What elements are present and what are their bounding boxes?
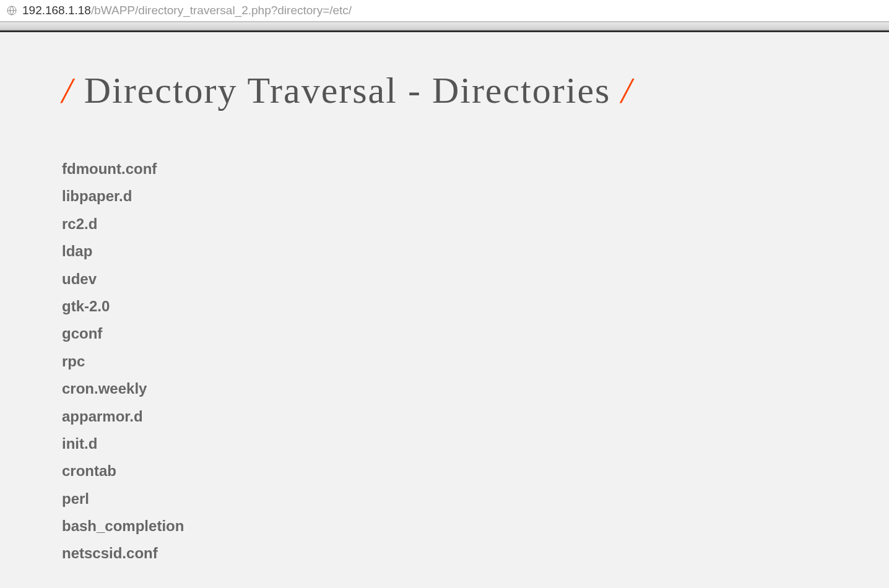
list-item: libpaper.d: [62, 183, 827, 210]
file-link[interactable]: gtk-2.0: [62, 298, 110, 314]
list-item: fdmount.conf: [62, 155, 827, 183]
file-link[interactable]: init.d: [62, 435, 97, 452]
list-item: apparmor.d: [62, 403, 827, 430]
page-content: / Directory Traversal - Directories / fd…: [0, 32, 889, 580]
list-item: ldap: [62, 238, 827, 265]
browser-chrome-divider: [0, 22, 889, 30]
title-slash-right: /: [621, 70, 633, 111]
file-link[interactable]: udev: [62, 270, 97, 287]
file-link[interactable]: apparmor.d: [62, 408, 143, 425]
title-slash-left: /: [62, 70, 74, 111]
page-title: / Directory Traversal - Directories /: [62, 69, 827, 112]
directory-listing: fdmount.conf libpaper.d rc2.d ldap udev …: [62, 155, 827, 568]
list-item: rpc: [62, 348, 827, 375]
file-link[interactable]: fdmount.conf: [62, 160, 157, 177]
list-item: perl: [62, 485, 827, 512]
title-text: Directory Traversal - Directories: [74, 70, 622, 111]
list-item: bash_completion: [62, 512, 827, 540]
list-item: crontab: [62, 457, 827, 485]
list-item: rc2.d: [62, 210, 827, 238]
list-item: cron.weekly: [62, 375, 827, 402]
file-link[interactable]: rpc: [62, 353, 85, 370]
file-link[interactable]: libpaper.d: [62, 188, 132, 204]
url-path: /bWAPP/directory_traversal_2.php?directo…: [91, 4, 352, 17]
file-link[interactable]: gconf: [62, 325, 102, 342]
file-link[interactable]: perl: [62, 490, 89, 507]
file-link[interactable]: rc2.d: [62, 215, 97, 232]
file-link[interactable]: crontab: [62, 462, 116, 479]
file-link[interactable]: netscsid.conf: [62, 545, 158, 561]
list-item: gconf: [62, 320, 827, 347]
list-item: netscsid.conf: [62, 540, 827, 567]
url-host: 192.168.1.18: [22, 4, 91, 17]
list-item: udev: [62, 266, 827, 293]
file-link[interactable]: ldap: [62, 243, 92, 259]
file-link[interactable]: bash_completion: [62, 517, 184, 534]
file-link[interactable]: cron.weekly: [62, 380, 147, 397]
globe-icon: [6, 5, 17, 16]
list-item: gtk-2.0: [62, 293, 827, 320]
url-text: 192.168.1.18/bWAPP/directory_traversal_2…: [22, 4, 352, 17]
browser-address-bar[interactable]: 192.168.1.18/bWAPP/directory_traversal_2…: [0, 0, 889, 22]
list-item: init.d: [62, 430, 827, 457]
